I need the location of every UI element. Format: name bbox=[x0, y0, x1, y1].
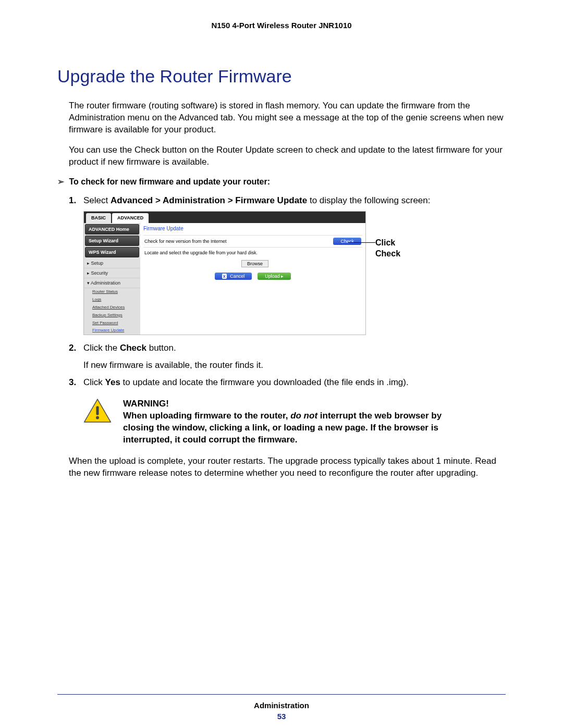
step-3-text-post: to update and locate the firmware you do… bbox=[123, 377, 409, 387]
intro-paragraph-2: You can use the Check button on the Rout… bbox=[69, 144, 506, 168]
footer-rule bbox=[57, 694, 506, 695]
cancel-button-label: Cancel bbox=[230, 274, 244, 279]
router-screenshot: BASIC ADVANCED ADVANCED Home Setup Wizar… bbox=[83, 211, 506, 336]
sidebar-logs[interactable]: Logs bbox=[84, 296, 140, 304]
sidebar-router-status[interactable]: Router Status bbox=[84, 288, 140, 296]
procedure-heading-text: To check for new firmware and update you… bbox=[69, 177, 270, 186]
locate-file-label: Locate and select the upgrade file from … bbox=[144, 250, 258, 255]
browse-button[interactable]: Browse bbox=[241, 260, 268, 267]
step-1-text-post: to display the following screen: bbox=[310, 195, 431, 205]
callout-leader-line bbox=[348, 242, 375, 243]
after-warning-paragraph: When the upload is complete, your router… bbox=[69, 455, 506, 479]
panel-title: Firmware Update bbox=[143, 225, 362, 232]
step-2: Click the Check button. If new firmware … bbox=[69, 342, 506, 372]
sidebar-firmware-update[interactable]: Firmware Update bbox=[84, 327, 140, 335]
chevron-right-icon: ➢ bbox=[57, 177, 67, 187]
warning-block: WARNING! When uploading firmware to the … bbox=[83, 398, 459, 446]
step-1-text-bold: Advanced > Administration > Firmware Upd… bbox=[111, 195, 307, 205]
close-icon: x bbox=[222, 274, 227, 279]
tab-basic[interactable]: BASIC bbox=[86, 213, 111, 223]
tab-advanced[interactable]: ADVANCED bbox=[112, 213, 149, 223]
step-1: Select Advanced > Administration > Firmw… bbox=[69, 195, 506, 336]
step-3-text-bold: Yes bbox=[105, 377, 120, 387]
svg-point-2 bbox=[96, 416, 99, 419]
sidebar-backup-settings[interactable]: Backup Settings bbox=[84, 312, 140, 319]
step-2-result: If new firmware is available, the router… bbox=[83, 360, 506, 372]
page-footer: Administration 53 bbox=[57, 694, 506, 721]
sidebar-advanced-home[interactable]: ADVANCED Home bbox=[85, 224, 139, 235]
footer-page-number: 53 bbox=[57, 712, 506, 721]
warning-icon bbox=[83, 398, 112, 423]
step-2-text-bold: Check bbox=[120, 343, 146, 353]
sidebar-administration[interactable]: ▾ Administration bbox=[84, 278, 140, 288]
cancel-button[interactable]: x Cancel bbox=[215, 273, 252, 280]
footer-section-name: Administration bbox=[57, 701, 506, 710]
step-3-text-pre: Click bbox=[83, 377, 105, 387]
callout-click-check: Click Check bbox=[375, 237, 400, 260]
sidebar-set-password[interactable]: Set Password bbox=[84, 319, 140, 327]
sidebar-security[interactable]: ▸ Security bbox=[84, 268, 140, 278]
step-3: Click Yes to update and locate the firmw… bbox=[69, 377, 506, 389]
page-title: Upgrade the Router Firmware bbox=[57, 66, 506, 87]
upload-button[interactable]: Upload ▸ bbox=[258, 273, 291, 280]
sidebar-attached-devices[interactable]: Attached Devices bbox=[84, 304, 140, 312]
product-header: N150 4-Port Wireless Router JNR1010 bbox=[57, 21, 506, 30]
procedure-heading: ➢ To check for new firmware and update y… bbox=[57, 177, 506, 187]
router-main-panel: Firmware Update Check for new version fr… bbox=[140, 223, 365, 335]
step-2-text-pre: Click the bbox=[83, 343, 120, 353]
check-internet-label: Check for new version from the Internet bbox=[144, 238, 227, 244]
warning-body: When uploading firmware to the router, d… bbox=[123, 410, 459, 446]
warning-heading: WARNING! bbox=[123, 398, 459, 410]
check-button[interactable]: Check bbox=[333, 238, 361, 245]
step-1-text-pre: Select bbox=[83, 195, 111, 205]
intro-paragraph-1: The router firmware (routing software) i… bbox=[69, 100, 506, 136]
router-sidebar: ADVANCED Home Setup Wizard WPS Wizard ▸ … bbox=[84, 223, 140, 335]
sidebar-setup-wizard[interactable]: Setup Wizard bbox=[85, 236, 139, 246]
svg-rect-1 bbox=[96, 406, 99, 415]
sidebar-setup[interactable]: ▸ Setup bbox=[84, 258, 140, 268]
step-2-text-post: button. bbox=[149, 343, 176, 353]
sidebar-wps-wizard[interactable]: WPS Wizard bbox=[85, 247, 139, 257]
